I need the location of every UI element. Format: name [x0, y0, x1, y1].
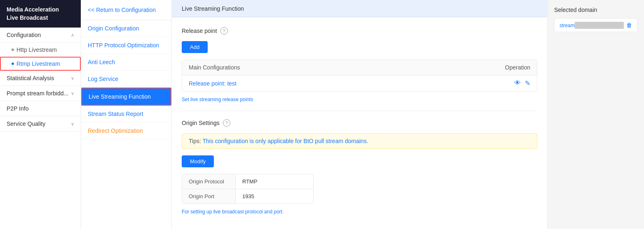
nav-link-live-streaming[interactable]: Live Streaming Function: [81, 88, 171, 106]
delete-domain-icon[interactable]: 🗑: [626, 22, 632, 28]
nav-link-stream-status[interactable]: Stream Status Report: [81, 106, 171, 123]
nav-link-origin-config[interactable]: Origin Configuration: [81, 20, 171, 37]
nav-panel: << Return to Configuration Origin Config…: [81, 0, 172, 229]
main-body: Release point ? Add Main Configurations …: [172, 17, 547, 229]
section-divider: [182, 111, 537, 111]
sidebar-section-p2p[interactable]: P2P Info: [0, 101, 81, 116]
settings-val-protocol: RTMP: [236, 174, 264, 189]
sidebar-section-label: Configuration: [7, 32, 41, 38]
return-to-config-link[interactable]: << Return to Configuration: [81, 0, 171, 20]
origin-settings-table: Origin Protocol RTMP Origin Port 1935: [182, 174, 314, 204]
nav-link-http-protocol[interactable]: HTTP Protocol Optimization: [81, 37, 171, 54]
sidebar-section-service-quality[interactable]: Service Quality ∨: [0, 116, 81, 132]
sidebar: Media Acceleration Live Broadcast Config…: [0, 0, 81, 229]
right-panel-title: Selected domain: [554, 7, 637, 13]
dot-icon-active: [12, 62, 14, 65]
sidebar-section-label: Service Quality: [7, 120, 45, 127]
main-header: Live Streaming Function: [172, 0, 547, 17]
settings-row-port: Origin Port 1935: [182, 189, 313, 204]
table-row-ops: 👁 ✎: [514, 79, 530, 87]
table-row: Release point: test 👁 ✎: [182, 75, 537, 91]
release-point-title: Release point ?: [182, 27, 537, 35]
release-point-hint: Set live streaming release points: [182, 97, 537, 102]
table-header: Main Configurations Operation: [182, 60, 537, 75]
sidebar-section-label: Statistical Analysis: [7, 75, 54, 81]
sidebar-section-label: P2P Info: [7, 105, 28, 112]
sidebar-section-configuration[interactable]: Configuration ∧: [0, 28, 81, 43]
tip-prefix: Tips:: [189, 138, 202, 144]
app-logo: Media Acceleration Live Broadcast: [0, 0, 81, 28]
chevron-down-icon: ∨: [71, 76, 74, 81]
sidebar-item-http-livestream[interactable]: Http Livestream: [0, 43, 81, 57]
view-icon[interactable]: 👁: [514, 79, 521, 87]
origin-settings-help-icon[interactable]: ?: [223, 119, 230, 127]
nav-link-redirect[interactable]: Redirect Optimization: [81, 123, 171, 139]
sidebar-section-label: Prompt stream forbidd...: [7, 90, 68, 97]
chevron-down-icon: ∨: [71, 91, 74, 96]
release-point-row-label: Release point: test: [189, 80, 237, 87]
tip-link[interactable]: This configuration is only applicable fo…: [202, 138, 368, 144]
nav-link-log-service[interactable]: Log Service: [81, 71, 171, 88]
nav-link-anti-leech[interactable]: Anti Leech: [81, 54, 171, 71]
chevron-up-icon: ∧: [71, 32, 74, 38]
release-point-table: Main Configurations Operation Release po…: [182, 60, 537, 92]
settings-key-protocol: Origin Protocol: [182, 174, 236, 189]
sidebar-section-statistical[interactable]: Statistical Analysis ∨: [0, 71, 81, 86]
sidebar-item-rtmp-livestream[interactable]: Rtmp Livestream: [0, 57, 81, 71]
chevron-down-icon: ∨: [71, 121, 74, 127]
table-col-op: Operation: [505, 64, 530, 71]
domain-item: stream████████████ 🗑: [554, 18, 637, 32]
dot-icon: [12, 49, 14, 51]
settings-key-port: Origin Port: [182, 189, 236, 204]
footer-hint: For setting up live broadcast protocol a…: [182, 209, 537, 215]
right-panel: Selected domain stream████████████ 🗑: [547, 0, 644, 229]
sidebar-section-prompt[interactable]: Prompt stream forbidd... ∨: [0, 86, 81, 101]
release-point-help-icon[interactable]: ?: [220, 27, 228, 35]
settings-row-protocol: Origin Protocol RTMP: [182, 174, 313, 189]
settings-val-port: 1935: [236, 189, 261, 204]
domain-text: stream████████████: [560, 22, 624, 28]
edit-icon[interactable]: ✎: [525, 79, 530, 87]
main-content: Live Streaming Function Release point ? …: [172, 0, 547, 229]
tip-box: Tips: This configuration is only applica…: [182, 133, 537, 149]
origin-settings-title: Origin Settings ?: [182, 119, 537, 127]
modify-button[interactable]: Modify: [182, 155, 214, 167]
add-button[interactable]: Add: [182, 41, 208, 53]
table-col-config: Main Configurations: [189, 64, 240, 71]
